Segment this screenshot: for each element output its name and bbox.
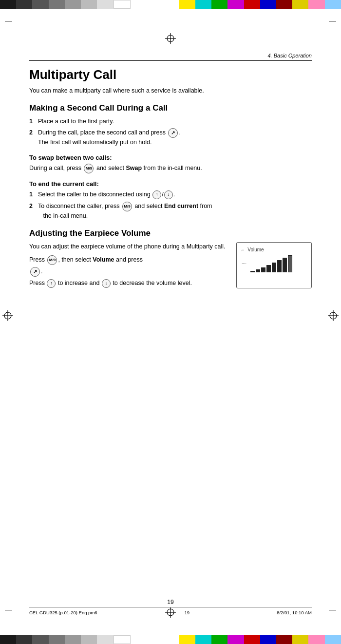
end-step-text-2: To disconnect the caller, press M/9 and … [38, 202, 312, 221]
volume-bars [248, 255, 295, 272]
color-bar-top [0, 0, 341, 9]
color-bar-bottom [0, 635, 341, 644]
end-step-1: 1 Select the caller to be disconnected u… [29, 190, 312, 199]
end-steps-list: 1 Select the caller to be disconnected u… [29, 190, 312, 221]
bot-swatch-yellow2 [292, 635, 308, 644]
bot-swatch-white [114, 635, 131, 644]
volume-bar-4 [266, 265, 271, 272]
making-step-2: 2 During the call, place the second call… [29, 128, 312, 147]
press-label: Press [29, 256, 45, 263]
step-text-1: Place a call to the first party. [38, 117, 312, 126]
volume-bar-1 [250, 271, 255, 272]
bot-swatch-black3 [32, 635, 48, 644]
step-number-2: 2 [29, 128, 38, 147]
end-heading: To end the current call: [29, 180, 312, 188]
swap-text-1: During a call, press [29, 165, 81, 171]
bot-swatch-yellow [179, 635, 195, 644]
swap-text-3: from the in-call menu. [142, 165, 202, 171]
volume-section-content: You can adjust the earpiece volume of th… [29, 242, 312, 292]
bot-swatch-darkred [276, 635, 292, 644]
volume-bar-8 [288, 255, 292, 272]
menu-icon-end: M/9 [122, 202, 132, 211]
end-step-text-1: Select the caller to be disconnected usi… [38, 190, 312, 199]
confirm-icon: ↗ [30, 267, 40, 277]
down-arrow-icon: ↓ [164, 190, 173, 199]
bot-swatch-green [211, 635, 227, 644]
bot-swatch-black6 [81, 635, 97, 644]
down-vol-icon: ↓ [102, 279, 111, 288]
volume-dots: ···· [242, 261, 246, 266]
bot-swatch-cyan [195, 635, 211, 644]
bot-swatch-black1 [0, 635, 16, 644]
bot-swatch-black4 [49, 635, 65, 644]
menu-icon-swap: M/9 [84, 164, 94, 173]
menu-icon-volume: M/9 [47, 255, 57, 265]
volume-instruction3: Press ↑ to increase and ↓ to decrease th… [29, 279, 227, 288]
up-arrow-icon: ↑ [152, 190, 161, 199]
volume-section-heading: Adjusting the Earpiece Volume [29, 228, 312, 238]
swap-text-2: and select [96, 165, 126, 171]
swatch-green [211, 0, 227, 9]
step-text-2b: The first call will automatically put on… [38, 139, 152, 146]
end-bold: End current [164, 203, 198, 209]
swap-heading: To swap between two calls: [29, 154, 312, 161]
end-step-number-2: 2 [29, 202, 38, 221]
end-step-2: 2 To disconnect the caller, press M/9 an… [29, 202, 312, 221]
swatch-blue [260, 0, 276, 9]
bot-swatch-blue [260, 635, 276, 644]
bot-swatch-black5 [65, 635, 81, 644]
page-title: Multiparty Call [29, 68, 312, 82]
reg-mark-top [165, 33, 176, 44]
swatch-black2 [16, 0, 32, 9]
volume-screen-title: ⌐ Volume [242, 246, 306, 252]
section-header-text: 4. Basic Operation [268, 53, 312, 58]
step-number-1: 1 [29, 117, 38, 126]
page-footer: 19 [29, 599, 312, 606]
corner-mark-tl [5, 21, 12, 21]
bottom-footer: CEL GDU325 (p.01-20) Eng.pm6 19 8/2/01, … [29, 607, 312, 615]
swatch-yellow2 [292, 0, 308, 9]
swatch-black5 [65, 0, 81, 9]
bot-swatch-red [244, 635, 260, 644]
swatch-black6 [81, 0, 97, 9]
swatch-white [114, 0, 131, 9]
end-step-number-1: 1 [29, 190, 38, 199]
bot-swatch-ltblue [325, 635, 341, 644]
volume-instruction1: Press M/9, then select Volume and press [29, 255, 227, 265]
intro-paragraph: You can make a multiparty call where suc… [29, 86, 312, 95]
swatch-black7 [97, 0, 113, 9]
swatch-ltblue [325, 0, 341, 9]
swap-bold: Swap [126, 165, 142, 171]
volume-bar-7 [283, 258, 287, 272]
footer-left: CEL GDU325 (p.01-20) Eng.pm6 [29, 610, 97, 615]
page-number: 19 [167, 599, 173, 606]
volume-screen: ⌐ Volume ···· [236, 242, 312, 288]
reg-mark-right [328, 310, 339, 321]
color-gap [131, 0, 179, 9]
volume-instruction2: ↗. [29, 267, 227, 277]
page-frame: 4. Basic Operation Multiparty Call You c… [15, 9, 326, 623]
swap-para: During a call, press M/9 and select Swap… [29, 164, 312, 173]
volume-bar-3 [261, 267, 265, 272]
swatch-cyan [195, 0, 211, 9]
making-step-1: 1 Place a call to the first party. [29, 117, 312, 126]
reg-mark-left [2, 310, 13, 321]
volume-intro: You can adjust the earpiece volume of th… [29, 242, 227, 251]
footer-center: 19 [185, 610, 190, 615]
up-vol-icon: ↑ [47, 279, 56, 288]
making-steps-list: 1 Place a call to the first party. 2 Dur… [29, 117, 312, 148]
swatch-black1 [0, 0, 16, 9]
corner-mark-br [329, 610, 336, 610]
volume-bar-2 [256, 269, 260, 272]
page-content: 4. Basic Operation Multiparty Call You c… [15, 9, 326, 331]
corner-mark-bl [5, 610, 12, 610]
volume-bar-area: ···· [242, 255, 306, 272]
bot-swatch-magenta [227, 635, 244, 644]
swatch-pink [308, 0, 324, 9]
making-section-heading: Making a Second Call During a Call [29, 103, 312, 113]
bot-swatch-black7 [97, 635, 113, 644]
swatch-darkred [276, 0, 292, 9]
volume-text-block: You can adjust the earpiece volume of th… [29, 242, 227, 292]
step-text-2: During the call, place the second call a… [38, 128, 312, 147]
section-header: 4. Basic Operation [29, 53, 312, 61]
